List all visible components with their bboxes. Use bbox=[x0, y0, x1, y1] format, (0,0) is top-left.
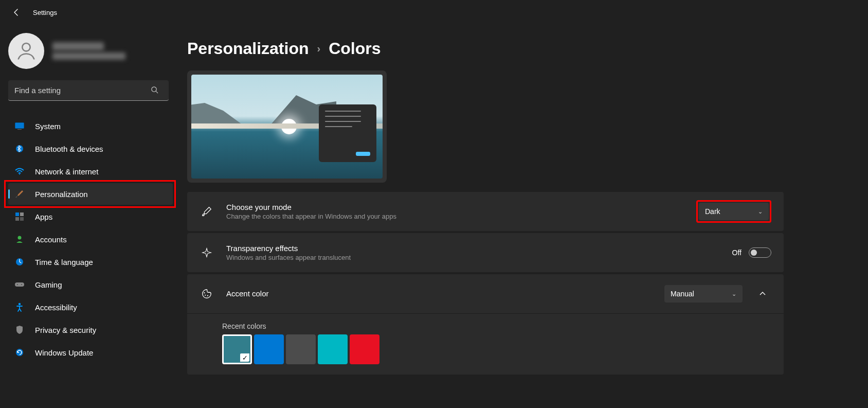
dropdown-value: Manual bbox=[671, 290, 694, 298]
transparency-toggle[interactable] bbox=[749, 247, 771, 258]
svg-point-20 bbox=[207, 295, 208, 296]
color-swatch[interactable]: ✓ bbox=[222, 334, 252, 364]
sidebar-item-apps[interactable]: Apps bbox=[8, 206, 173, 227]
svg-point-14 bbox=[17, 284, 18, 285]
update-icon bbox=[14, 347, 25, 358]
preview-mock-window bbox=[319, 104, 376, 162]
sidebar-item-label: System bbox=[35, 122, 61, 131]
svg-point-17 bbox=[16, 349, 23, 356]
svg-rect-4 bbox=[17, 129, 22, 130]
paintbrush-icon bbox=[14, 189, 25, 199]
recent-colors-title: Recent colors bbox=[222, 322, 771, 330]
sidebar-item-label: Network & internet bbox=[35, 167, 98, 176]
svg-point-15 bbox=[21, 284, 22, 285]
palette-icon bbox=[200, 288, 214, 299]
setting-accent-color[interactable]: Accent color Manual ⌄ bbox=[187, 274, 784, 313]
svg-rect-13 bbox=[15, 282, 24, 287]
clock-globe-icon bbox=[14, 257, 25, 267]
search-icon bbox=[151, 86, 158, 95]
setting-title: Accent color bbox=[226, 289, 664, 298]
app-title: Settings bbox=[33, 9, 57, 16]
sidebar-item-label: Privacy & security bbox=[35, 326, 96, 334]
recent-colors-section: Recent colors ✓ bbox=[187, 313, 784, 375]
sidebar-item-label: Accounts bbox=[35, 235, 67, 244]
svg-rect-7 bbox=[15, 212, 19, 216]
apps-icon bbox=[14, 211, 25, 222]
color-swatch[interactable] bbox=[254, 334, 284, 364]
accent-dropdown[interactable]: Manual ⌄ bbox=[664, 285, 743, 303]
sparkle-icon bbox=[200, 247, 214, 258]
page-title: Colors bbox=[329, 39, 381, 58]
setting-transparency[interactable]: Transparency effects Windows and surface… bbox=[187, 233, 784, 272]
search-input[interactable] bbox=[8, 80, 169, 101]
dropdown-value: Dark bbox=[705, 207, 720, 216]
chevron-right-icon: › bbox=[317, 43, 321, 55]
user-profile[interactable] bbox=[8, 33, 173, 69]
sidebar-item-update[interactable]: Windows Update bbox=[8, 342, 173, 363]
shield-icon bbox=[14, 325, 25, 335]
setting-subtitle: Change the colors that appear in Windows… bbox=[226, 212, 696, 220]
theme-preview bbox=[187, 70, 387, 183]
svg-point-1 bbox=[152, 87, 156, 92]
gamepad-icon bbox=[14, 279, 25, 290]
highlight-annotation: Dark ⌄ bbox=[696, 200, 771, 223]
breadcrumb: Personalization › Colors bbox=[187, 39, 858, 58]
color-swatch[interactable] bbox=[286, 334, 316, 364]
svg-rect-8 bbox=[20, 212, 24, 216]
svg-rect-10 bbox=[20, 217, 24, 221]
svg-point-11 bbox=[18, 236, 22, 240]
back-button[interactable] bbox=[8, 4, 25, 21]
sidebar: System Bluetooth & devices Network & int… bbox=[0, 25, 179, 408]
sidebar-item-label: Accessibility bbox=[35, 303, 77, 312]
sidebar-item-label: Gaming bbox=[35, 280, 62, 289]
profile-email-redacted bbox=[52, 52, 125, 60]
sidebar-item-label: Bluetooth & devices bbox=[35, 145, 103, 153]
svg-point-16 bbox=[19, 303, 21, 305]
setting-title: Choose your mode bbox=[226, 203, 696, 211]
sidebar-item-network[interactable]: Network & internet bbox=[8, 161, 173, 182]
svg-rect-9 bbox=[15, 217, 19, 221]
sidebar-item-label: Windows Update bbox=[35, 348, 93, 357]
monitor-icon bbox=[14, 121, 25, 131]
avatar bbox=[8, 33, 44, 69]
sidebar-item-label: Time & language bbox=[35, 258, 93, 267]
setting-title: Transparency effects bbox=[226, 244, 732, 253]
sidebar-item-system[interactable]: System bbox=[8, 115, 173, 137]
nav: System Bluetooth & devices Network & int… bbox=[8, 115, 173, 363]
svg-line-2 bbox=[156, 91, 158, 93]
sidebar-item-bluetooth[interactable]: Bluetooth & devices bbox=[8, 138, 173, 159]
chevron-down-icon: ⌄ bbox=[758, 208, 763, 215]
mode-dropdown[interactable]: Dark ⌄ bbox=[699, 203, 769, 220]
setting-subtitle: Windows and surfaces appear translucent bbox=[226, 254, 732, 261]
bluetooth-icon bbox=[14, 144, 25, 154]
brush-icon bbox=[200, 206, 214, 217]
toggle-state-label: Off bbox=[732, 249, 742, 257]
svg-point-19 bbox=[205, 295, 206, 296]
sidebar-item-privacy[interactable]: Privacy & security bbox=[8, 319, 173, 341]
svg-point-0 bbox=[22, 43, 30, 51]
sidebar-item-time[interactable]: Time & language bbox=[8, 251, 173, 273]
sidebar-item-accounts[interactable]: Accounts bbox=[8, 228, 173, 250]
chevron-down-icon: ⌄ bbox=[732, 291, 736, 297]
color-swatch[interactable] bbox=[318, 334, 348, 364]
svg-rect-3 bbox=[15, 123, 24, 129]
svg-point-6 bbox=[19, 174, 20, 175]
svg-point-18 bbox=[204, 292, 205, 293]
sidebar-item-label: Apps bbox=[35, 212, 52, 221]
highlight-annotation bbox=[4, 180, 176, 208]
profile-name-redacted bbox=[52, 42, 104, 50]
collapse-button[interactable] bbox=[754, 285, 771, 303]
check-icon: ✓ bbox=[240, 353, 249, 362]
accessibility-icon bbox=[14, 302, 25, 312]
breadcrumb-parent[interactable]: Personalization bbox=[187, 39, 309, 58]
setting-choose-mode[interactable]: Choose your mode Change the colors that … bbox=[187, 192, 784, 231]
color-swatch[interactable] bbox=[350, 334, 379, 364]
profile-text bbox=[52, 42, 125, 60]
sidebar-item-accessibility[interactable]: Accessibility bbox=[8, 296, 173, 318]
sidebar-item-personalization[interactable]: Personalization bbox=[8, 183, 173, 205]
main-content: Personalization › Colors bbox=[179, 25, 868, 408]
sidebar-item-gaming[interactable]: Gaming bbox=[8, 274, 173, 295]
sidebar-item-label: Personalization bbox=[35, 190, 88, 199]
person-icon bbox=[14, 234, 25, 244]
wifi-icon bbox=[14, 166, 25, 176]
